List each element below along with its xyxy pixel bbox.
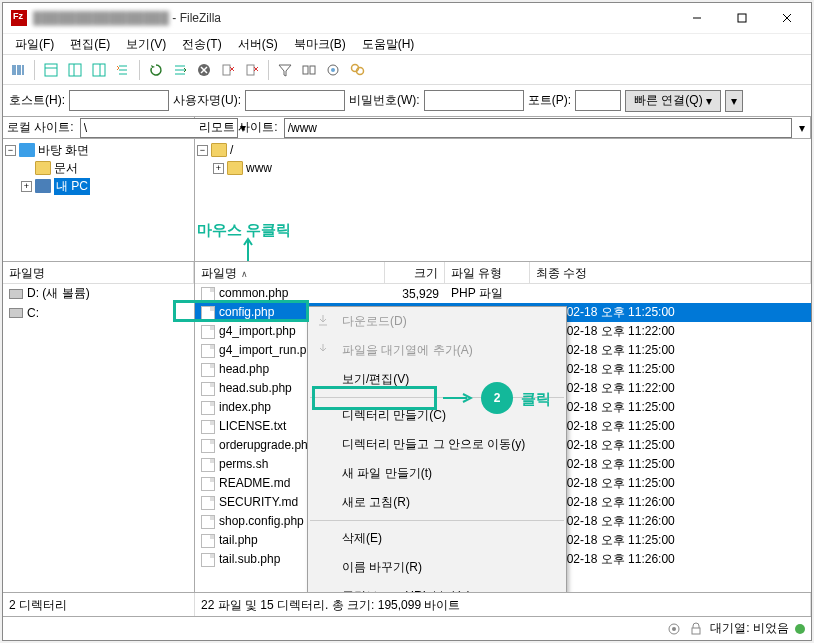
arrow-icon [443, 392, 473, 404]
bottom-bar: 대기열: 비었음 [3, 616, 811, 640]
user-label: 사용자명(U): [173, 92, 241, 109]
sync-browse-button[interactable] [322, 59, 344, 81]
quickconnect-history-button[interactable]: ▾ [725, 90, 743, 112]
port-label: 포트(P): [528, 92, 571, 109]
svg-rect-22 [303, 66, 308, 74]
quickconnect-button[interactable]: 빠른 연결(Q) ▾ [625, 90, 721, 112]
toolbar [3, 54, 811, 84]
cm-newfile[interactable]: 새 파일 만들기(t) [308, 459, 566, 488]
menu-bar: 파일(F) 편집(E) 보기(V) 전송(T) 서버(S) 북마크(B) 도움말… [3, 33, 811, 54]
tree-item-documents[interactable]: 문서 [5, 159, 192, 177]
annotation-text-1: 마우스 우클릭 [197, 221, 291, 240]
annotation-bubble-2: 2 [481, 382, 513, 414]
svg-rect-11 [93, 64, 105, 76]
cm-add-queue: 파일을 대기열에 추가(A) [308, 336, 566, 365]
remote-path-input[interactable] [284, 118, 792, 138]
svg-rect-19 [247, 65, 254, 75]
search-button[interactable] [346, 59, 368, 81]
remote-col-type[interactable]: 파일 유형 [445, 262, 530, 283]
svg-rect-4 [12, 65, 16, 75]
app-icon [11, 10, 27, 26]
compare-button[interactable] [298, 59, 320, 81]
annotation-text-2: 클릭 [521, 390, 551, 409]
tree-item-desktop[interactable]: −바탕 화면 [5, 141, 192, 159]
quickconnect-bar: 호스트(H): 사용자명(U): 비밀번호(W): 포트(P): 빠른 연결(Q… [3, 84, 811, 116]
menu-view[interactable]: 보기(V) [118, 34, 174, 55]
maximize-button[interactable] [719, 4, 764, 32]
cm-mkdir-enter[interactable]: 디렉터리 만들고 그 안으로 이동(y) [308, 430, 566, 459]
pass-input[interactable] [424, 90, 524, 111]
svg-rect-1 [738, 14, 746, 22]
cm-refresh[interactable]: 새로 고침(R) [308, 488, 566, 517]
svg-rect-33 [692, 628, 700, 634]
tree-item-pc[interactable]: +내 PC [5, 177, 192, 195]
host-label: 호스트(H): [9, 92, 65, 109]
cm-download: 다운로드(D) [308, 307, 566, 336]
menu-server[interactable]: 서버(S) [230, 34, 286, 55]
cancel-button[interactable] [193, 59, 215, 81]
menu-help[interactable]: 도움말(H) [354, 34, 423, 55]
tree-item-www[interactable]: +www [197, 159, 809, 177]
local-tree[interactable]: −바탕 화면 문서 +내 PC [3, 139, 195, 261]
file-row[interactable]: common.php35,929PHP 파일 [195, 284, 811, 303]
menu-transfer[interactable]: 전송(T) [174, 34, 229, 55]
status-dot-icon [795, 624, 805, 634]
svg-rect-6 [22, 65, 24, 75]
remote-status: 22 파일 및 15 디렉터리. 총 크기: 195,099 바이트 [195, 593, 811, 616]
svg-rect-7 [45, 64, 57, 76]
close-button[interactable] [764, 4, 809, 32]
local-col-name[interactable]: 파일명 [3, 262, 194, 283]
toggle-remote-tree-button[interactable] [88, 59, 110, 81]
svg-rect-9 [69, 64, 81, 76]
disconnect-button[interactable] [217, 59, 239, 81]
lock-icon[interactable] [688, 621, 704, 637]
arrow-icon [242, 237, 254, 261]
menu-edit[interactable]: 편집(E) [62, 34, 118, 55]
host-input[interactable] [69, 90, 169, 111]
remote-col-size[interactable]: 크기 [385, 262, 445, 283]
local-file-list[interactable]: 파일명 D: (새 볼륨) C: [3, 262, 195, 592]
remote-col-name[interactable]: 파일명∧ [195, 262, 385, 283]
process-queue-button[interactable] [169, 59, 191, 81]
pass-label: 비밀번호(W): [349, 92, 420, 109]
local-site-label: 로컬 사이트: [3, 119, 78, 136]
cm-copy-url[interactable]: 클립보드로 URL 복사(o) [308, 582, 566, 592]
svg-rect-5 [17, 65, 21, 75]
remote-tree[interactable]: −/ +www 1 마우스 우클릭 [195, 139, 811, 261]
settings-icon[interactable] [666, 621, 682, 637]
svg-rect-23 [310, 66, 315, 74]
filter-button[interactable] [274, 59, 296, 81]
minimize-button[interactable] [674, 4, 719, 32]
toggle-log-button[interactable] [40, 59, 62, 81]
window-title: ████████████████ - FileZilla [33, 11, 674, 25]
svg-rect-16 [223, 65, 230, 75]
svg-point-25 [331, 68, 335, 72]
queue-status: 대기열: 비었음 [710, 620, 789, 637]
cm-delete[interactable]: 삭제(E) [308, 524, 566, 553]
menu-bookmarks[interactable]: 북마크(B) [286, 34, 354, 55]
toggle-local-tree-button[interactable] [64, 59, 86, 81]
user-input[interactable] [245, 90, 345, 111]
cm-rename[interactable]: 이름 바꾸기(R) [308, 553, 566, 582]
drive-d[interactable]: D: (새 볼륨) [3, 284, 194, 303]
tree-item-root[interactable]: −/ [197, 141, 809, 159]
refresh-button[interactable] [145, 59, 167, 81]
remote-file-list[interactable]: 파일명∧ 크기 파일 유형 최종 수정 common.php35,929PHP … [195, 262, 811, 592]
site-manager-button[interactable] [7, 59, 29, 81]
drive-c[interactable]: C: [3, 303, 194, 322]
remote-path-dropdown[interactable]: ▾ [794, 121, 810, 135]
svg-point-32 [672, 627, 676, 631]
remote-site-label: 리모트 사이트: [195, 119, 282, 136]
remote-col-modified[interactable]: 최종 수정 [530, 262, 811, 283]
local-status: 2 디렉터리 [3, 593, 195, 616]
menu-file[interactable]: 파일(F) [7, 34, 62, 55]
context-menu: 다운로드(D) 파일을 대기열에 추가(A) 보기/편집(V) 디렉터리 만들기… [307, 306, 567, 592]
port-input[interactable] [575, 90, 621, 111]
toggle-queue-button[interactable] [112, 59, 134, 81]
reconnect-button[interactable] [241, 59, 263, 81]
